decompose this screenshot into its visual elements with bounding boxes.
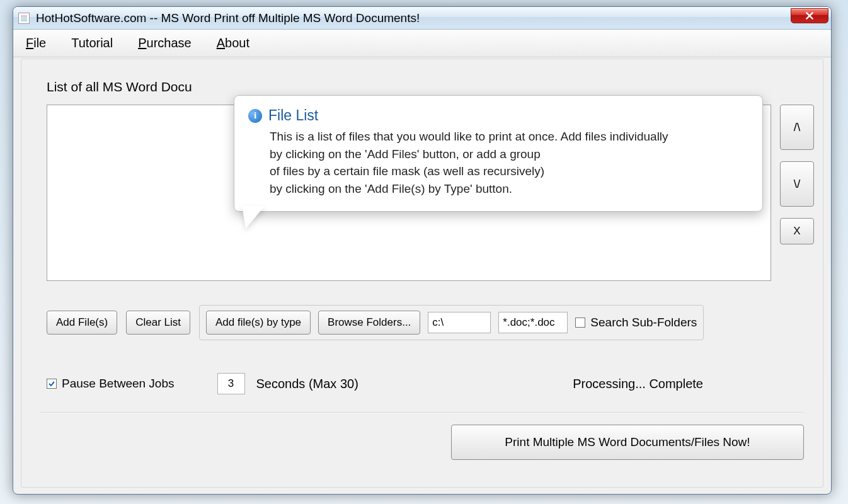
app-window: HotHotSoftware.com -- MS Word Print off … xyxy=(13,6,832,495)
divider xyxy=(40,412,804,413)
print-button-area: Print Multiple MS Word Documents/Files N… xyxy=(451,425,804,460)
clear-list-button[interactable]: Clear List xyxy=(126,311,190,335)
menu-file[interactable]: File xyxy=(26,36,46,50)
remove-button[interactable]: X xyxy=(780,218,814,244)
pause-seconds-input[interactable] xyxy=(217,373,245,394)
info-icon: i xyxy=(248,109,262,123)
menu-bar: File Tutorial Purchase About xyxy=(13,30,831,57)
seconds-label: Seconds (Max 30) xyxy=(256,377,358,391)
pause-between-label: Pause Between Jobs xyxy=(62,377,175,391)
options-row: Pause Between Jobs Seconds (Max 30) Proc… xyxy=(47,373,798,394)
app-icon xyxy=(18,13,30,24)
menu-tutorial[interactable]: Tutorial xyxy=(71,36,113,50)
tooltip-tail xyxy=(242,207,267,232)
window-title: HotHotSoftware.com -- MS Word Print off … xyxy=(36,11,420,25)
search-subfolders-checkbox[interactable] xyxy=(575,318,585,328)
browse-folders-button[interactable]: Browse Folders... xyxy=(318,311,420,335)
status-label: Processing... Complete xyxy=(573,377,703,391)
list-label: List of all MS Word Docu xyxy=(47,79,192,94)
print-now-button[interactable]: Print Multiple MS Word Documents/Files N… xyxy=(451,425,804,460)
menu-about[interactable]: About xyxy=(217,36,249,50)
close-button[interactable] xyxy=(791,8,828,23)
move-down-button[interactable]: \/ xyxy=(780,161,814,207)
pause-between-checkbox[interactable] xyxy=(47,379,57,389)
tooltip-title: File List xyxy=(268,107,318,124)
check-icon xyxy=(48,380,55,387)
search-subfolders-option[interactable]: Search Sub-Folders xyxy=(575,316,697,329)
title-bar[interactable]: HotHotSoftware.com -- MS Word Print off … xyxy=(13,7,831,30)
move-up-button[interactable]: /\ xyxy=(780,105,814,150)
side-buttons: /\ \/ X xyxy=(780,105,814,244)
add-by-type-button[interactable]: Add file(s) by type xyxy=(206,311,311,335)
filemask-input[interactable] xyxy=(498,312,568,333)
close-icon xyxy=(805,11,814,20)
menu-purchase[interactable]: Purchase xyxy=(138,36,192,50)
add-files-button[interactable]: Add File(s) xyxy=(47,311,117,335)
toolbar-row: Add File(s) Clear List Add file(s) by ty… xyxy=(47,305,704,340)
pause-between-option[interactable]: Pause Between Jobs xyxy=(47,377,175,391)
tooltip-body: This is a list of files that you would l… xyxy=(270,128,748,197)
tooltip-balloon: i File List This is a list of files that… xyxy=(234,95,763,212)
add-by-type-group: Add file(s) by type Browse Folders... Se… xyxy=(199,305,704,340)
search-subfolders-label: Search Sub-Folders xyxy=(590,316,697,329)
path-input[interactable] xyxy=(428,312,491,333)
